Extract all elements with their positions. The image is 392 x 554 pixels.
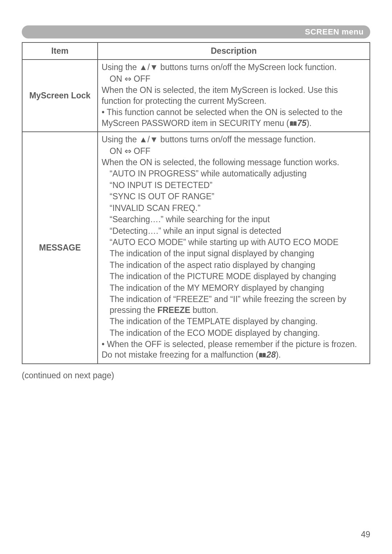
text: buttons turns on/off the MyScreen lock f…	[158, 62, 336, 72]
list-item: “NO INPUT IS DETECTED”	[102, 180, 366, 191]
text: • When the OFF is selected, please remem…	[102, 339, 357, 359]
book-icon	[289, 121, 297, 127]
list-item: “Searching….” while searching for the in…	[102, 214, 366, 225]
list-item: “INVALID SCAN FREQ.”	[102, 203, 366, 213]
toggle-on-label: ON	[110, 146, 124, 156]
manual-page: SCREEN menu Item Description MyScreen Lo…	[0, 0, 392, 554]
text: When the ON is selected, the item MyScre…	[102, 85, 366, 106]
list-item: The indication of the MY MEMORY displaye…	[102, 283, 366, 293]
list-item: The indication of the aspect ratio displ…	[102, 260, 366, 270]
list-item: “SYNC IS OUT OF RANGE”	[102, 191, 366, 202]
table-row: MyScreen Lock Using the ▲/▼ buttons turn…	[22, 60, 370, 132]
page-ref: 75	[297, 118, 307, 128]
section-header-title: SCREEN menu	[305, 27, 364, 37]
th-item: Item	[22, 42, 98, 60]
toggle-on-label: ON	[110, 74, 124, 83]
freeze-button-label: FREEZE	[158, 305, 191, 315]
text: ).	[276, 350, 281, 359]
up-down-arrows-icon: ▲/▼	[139, 62, 158, 72]
th-description: Description	[98, 42, 370, 60]
up-down-arrows-icon: ▲/▼	[139, 135, 158, 144]
list-item: The indication of the TEMPLATE displayed…	[102, 316, 366, 327]
text: The indication of “FREEZE” and “II” whil…	[110, 294, 346, 314]
item-cell-message: MESSAGE	[22, 132, 98, 364]
double-arrow-icon: ⇔	[124, 146, 131, 156]
section-header-bar: SCREEN menu	[22, 25, 370, 38]
toggle-off-label: OFF	[131, 74, 150, 83]
text: ).	[306, 118, 311, 128]
table-row: MESSAGE Using the ▲/▼ buttons turns on/o…	[22, 132, 370, 364]
text: button.	[190, 305, 218, 315]
list-item: “AUTO IN PROGRESS” while automatically a…	[102, 168, 366, 179]
double-arrow-icon: ⇔	[124, 74, 131, 83]
list-item: The indication of the ECO MODE displayed…	[102, 328, 366, 338]
desc-cell-myscreen-lock: Using the ▲/▼ buttons turns on/off the M…	[98, 60, 370, 132]
toggle-off-label: OFF	[131, 146, 150, 156]
text: Using the	[102, 135, 139, 144]
text: buttons turns on/off the message functio…	[158, 135, 315, 144]
book-icon	[258, 353, 266, 358]
list-item: The indication of the input signal displ…	[102, 248, 366, 259]
desc-cell-message: Using the ▲/▼ buttons turns on/off the m…	[98, 132, 370, 364]
page-number: 49	[361, 530, 370, 539]
menu-table: Item Description MyScreen Lock Using the…	[22, 42, 370, 364]
list-item: The indication of the PICTURE MODE displ…	[102, 271, 366, 282]
text: Using the	[102, 62, 139, 72]
list-item: The indication of “FREEZE” and “II” whil…	[102, 294, 366, 315]
page-ref: 28	[266, 350, 276, 359]
list-item: “AUTO ECO MODE” while starting up with A…	[102, 237, 366, 248]
continued-note: (continued on next page)	[22, 371, 370, 380]
item-cell-myscreen-lock: MyScreen Lock	[22, 60, 98, 132]
table-header-row: Item Description	[22, 42, 370, 60]
text: When the ON is selected, the following m…	[102, 157, 366, 168]
list-item: “Detecting….” while an input signal is d…	[102, 226, 366, 236]
